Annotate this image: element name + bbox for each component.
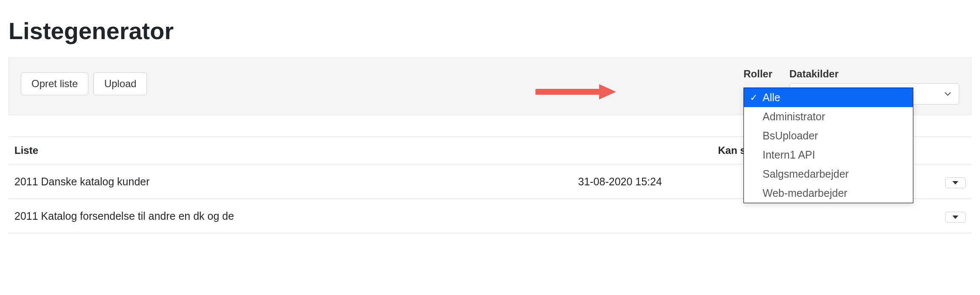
roller-dropdown[interactable]: ✓ Alle Administrator BsUploader Intern1 … — [743, 88, 913, 203]
roller-option-label: Web-medarbejder — [763, 187, 848, 199]
roller-option-salgsmedarbejder[interactable]: Salgsmedarbejder — [744, 165, 913, 184]
annotation-arrow-icon — [535, 82, 616, 102]
cell-liste: 2011 Danske katalog kunder — [8, 165, 548, 199]
page-title: Listegenerator — [8, 17, 972, 45]
cell-opdateret — [548, 199, 692, 233]
row-actions-button[interactable] — [945, 177, 966, 188]
checkmark-icon: ✓ — [750, 92, 758, 103]
table-row[interactable]: 2011 Katalog forsendelse til andre en dk… — [8, 199, 972, 233]
roller-option-label: Administrator — [763, 111, 825, 122]
roller-option-intern1api[interactable]: Intern1 API — [744, 145, 913, 165]
toolbar-left: Opret liste Upload — [21, 72, 147, 95]
caret-down-icon — [952, 216, 958, 219]
roller-option-alle[interactable]: ✓ Alle — [744, 88, 913, 107]
header-liste[interactable]: Liste — [8, 137, 548, 165]
roller-label: Roller — [743, 68, 772, 80]
cell-actions — [904, 165, 972, 199]
create-list-button[interactable]: Opret liste — [21, 72, 88, 95]
svg-marker-1 — [599, 84, 616, 99]
roller-filter: Roller ✓ Alle Administrator BsUploader I… — [743, 68, 772, 83]
datakilder-label: Datakilder — [789, 68, 959, 80]
roller-option-administrator[interactable]: Administrator — [744, 107, 913, 126]
chevron-down-icon — [944, 91, 951, 97]
cell-opdateret: 31-08-2020 15:24 — [548, 165, 692, 199]
cell-actions — [904, 199, 972, 233]
cell-favorit — [798, 199, 904, 233]
upload-button[interactable]: Upload — [93, 72, 147, 95]
header-actions — [904, 137, 972, 165]
header-opdateret[interactable] — [548, 137, 692, 165]
caret-down-icon — [952, 181, 958, 184]
roller-option-label: Alle — [763, 91, 780, 103]
cell-liste: 2011 Katalog forsendelse til andre en dk… — [8, 199, 548, 233]
roller-option-label: Salgsmedarbejder — [763, 168, 849, 180]
roller-option-webmedarbejder[interactable]: Web-medarbejder — [744, 184, 913, 203]
toolbar: Opret liste Upload Roller ✓ Alle Adminis… — [8, 57, 972, 115]
roller-option-bsuploader[interactable]: BsUploader — [744, 126, 913, 145]
roller-option-label: BsUploader — [763, 130, 818, 142]
roller-option-label: Intern1 API — [763, 149, 815, 161]
toolbar-right: Roller ✓ Alle Administrator BsUploader I… — [743, 68, 959, 105]
cell-kan-slettes — [692, 199, 798, 233]
row-actions-button[interactable] — [945, 212, 966, 223]
